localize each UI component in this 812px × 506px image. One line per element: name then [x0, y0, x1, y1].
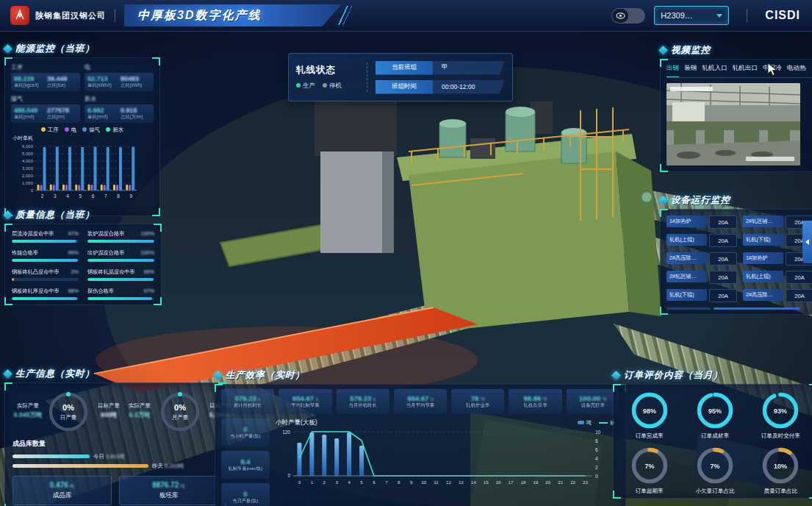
- chevron-down-icon: [716, 14, 722, 18]
- video-tab-轧机出口[interactable]: 轧机出口: [733, 64, 758, 74]
- efficiency-card: 100.00 % 设备完好率: [567, 389, 619, 414]
- arrow-left-icon: [805, 239, 809, 245]
- diamond-icon: [3, 210, 12, 220]
- stock-boxes: 0.476吨 成品库 8876.72吨 板坯库: [12, 476, 218, 505]
- svg-text:95%: 95%: [708, 407, 722, 415]
- equipment-row[interactable]: 2#高压除… 20A: [743, 289, 812, 302]
- panel-collapse-handle[interactable]: [802, 221, 812, 263]
- efficiency-side-box: 8.4 轧制节奏(min/块): [221, 451, 270, 479]
- cctv-video-frame[interactable]: [667, 83, 800, 165]
- equipment-value: 20A: [709, 289, 737, 302]
- video-tab-中间冷[interactable]: 中间冷: [763, 64, 782, 74]
- energy-group-name: 电: [85, 63, 154, 71]
- quality-bar: [12, 259, 79, 262]
- svg-text:10%: 10%: [774, 463, 787, 470]
- svg-text:0: 0: [595, 474, 598, 479]
- equipment-row[interactable]: 1#加热炉 20A: [667, 215, 737, 229]
- quality-percent: 97%: [144, 288, 154, 295]
- order-donut: 98% 订单完成率: [630, 391, 669, 440]
- efficiency-card: 579.23 s 当月停机时长: [337, 389, 389, 414]
- equipment-row[interactable]: 2#高压除… 20A: [667, 252, 737, 266]
- quality-grid: 层流冷温度命中率 97% 装炉温度合格率 100% 性能合格率 99% 出炉温度…: [12, 230, 154, 300]
- svg-text:0: 0: [298, 480, 301, 485]
- card-label: 轧机作业率: [466, 402, 489, 409]
- svg-text:11: 11: [434, 480, 439, 485]
- stock-box-label: 板坯库: [159, 491, 179, 500]
- diamond-icon: [3, 44, 12, 54]
- energy-group: 电 52.713 单耗(kWh/t) 80483 总耗(kWh): [85, 63, 154, 91]
- video-tab-电动热[interactable]: 电动热: [787, 64, 806, 74]
- diamond-icon: [611, 371, 621, 380]
- legend-item: 吨: [578, 419, 592, 427]
- quality-label: 性能合格率: [12, 249, 38, 257]
- video-tab-出钢[interactable]: 出钢: [667, 64, 679, 74]
- line-status-row: 班组时间 00:00-12:00: [376, 80, 505, 94]
- energy-value: 6.662: [87, 107, 118, 114]
- quality-label: 出炉温度合格率: [87, 249, 124, 257]
- side-box-value: 0: [243, 425, 247, 433]
- quality-percent: 99%: [68, 249, 79, 257]
- energy-group: 煤气 486.040 单耗(m³/t) 277578 总耗(m³): [11, 94, 80, 123]
- card-label: 设备完好率: [581, 402, 605, 409]
- energy-value: 52.713: [87, 75, 118, 82]
- svg-text:月产量: 月产量: [172, 414, 189, 421]
- energy-value: 39.449: [47, 75, 77, 82]
- quality-item: 出炉温度合格率 100%: [87, 249, 154, 262]
- line-status-panel: 轧线状态 生产停机 当前班组 甲 班组时间 00:00-12:00: [288, 53, 513, 101]
- stock-box-value: 8876.72吨: [152, 481, 185, 490]
- production-panel-title: 生产信息（实时）: [4, 366, 226, 381]
- equipment-row[interactable]: 1#加热炉 20A: [743, 252, 812, 266]
- ring-gauge: 0% 日产量: [46, 388, 90, 435]
- svg-text:2: 2: [323, 480, 326, 485]
- equipment-row[interactable]: 轧机(上辊) 20A: [667, 234, 737, 247]
- legend-dot-icon: [82, 127, 87, 132]
- video-tab-装钢[interactable]: 装钢: [684, 64, 697, 74]
- visibility-toggle[interactable]: [611, 8, 645, 24]
- card-value: 98.86 %: [523, 394, 547, 402]
- card-value: 579.23 s: [235, 394, 261, 402]
- status-legend-item: 生产: [296, 82, 315, 90]
- status-row-value: 甲: [433, 61, 505, 75]
- svg-text:120: 120: [282, 430, 290, 435]
- svg-text:13: 13: [459, 480, 464, 485]
- line-select-dropdown[interactable]: H2309…: [654, 6, 729, 25]
- svg-text:3: 3: [54, 193, 57, 199]
- efficiency-card: 654.67 s 平均轧制节奏: [279, 389, 331, 414]
- energy-bar-chart: 6,0005,0004,0003,0002,0001,000023456789: [11, 142, 154, 213]
- status-legend-item: 停机: [323, 82, 342, 90]
- actual-value: 0.045万吨: [12, 411, 43, 420]
- cisdi-logo: CISDI: [765, 9, 800, 22]
- efficiency-card: 78 % 轧机作业率: [451, 389, 504, 414]
- production-panel-title-text: 生产信息（实时）: [15, 368, 95, 380]
- quality-percent: 99%: [144, 268, 154, 276]
- equipment-row[interactable]: 2#轧区辅… 20A: [743, 215, 812, 229]
- equipment-row[interactable]: 轧机(下辊) 20A: [667, 289, 737, 302]
- quality-percent: 3%: [71, 268, 79, 276]
- svg-text:8: 8: [595, 438, 598, 443]
- side-box-label: 当日产量(块): [232, 498, 258, 505]
- equipment-row[interactable]: 轧机(下辊) 20A: [743, 234, 812, 247]
- quality-percent: 97%: [68, 230, 79, 238]
- hour-chart-title: 小时产量(大板): [276, 418, 317, 427]
- equipment-row[interactable]: 2#轧区辅… 20A: [667, 271, 737, 284]
- efficiency-panel-title-text: 生产效率（实时）: [226, 369, 305, 382]
- equipment-scrollbar[interactable]: [667, 307, 812, 310]
- svg-text:23: 23: [583, 480, 588, 485]
- svg-text:1: 1: [311, 480, 314, 485]
- svg-text:6: 6: [92, 193, 95, 199]
- card-label: 轧机负荷率: [524, 402, 547, 409]
- video-tab-轧机入口[interactable]: 轧机入口: [702, 64, 727, 74]
- quality-label: 钢板终轧温度命中率: [87, 268, 135, 276]
- equipment-grid: 1#加热炉 20A 2#轧区辅… 20A 轧机(上辊) 20A 轧机(下辊) 2…: [667, 215, 812, 302]
- svg-text:4: 4: [348, 480, 351, 485]
- efficiency-panel-title: 生产效率（实时）: [215, 368, 626, 382]
- quality-label: 层流冷温度命中率: [12, 230, 54, 238]
- scrollbar-thumb[interactable]: [714, 307, 800, 310]
- quality-bar: [12, 297, 79, 300]
- equipment-row[interactable]: 轧机(上辊) 20A: [743, 271, 812, 284]
- equipment-label: 轧机(下辊): [743, 234, 783, 246]
- svg-text:7%: 7%: [710, 463, 719, 470]
- energy-group: 工序 68.226 单耗(kgce/t) 39.449 总耗(tce): [11, 63, 80, 91]
- order-donut: 7% 订单超期率: [630, 446, 669, 495]
- quality-item: 装炉温度合格率 100%: [87, 230, 154, 243]
